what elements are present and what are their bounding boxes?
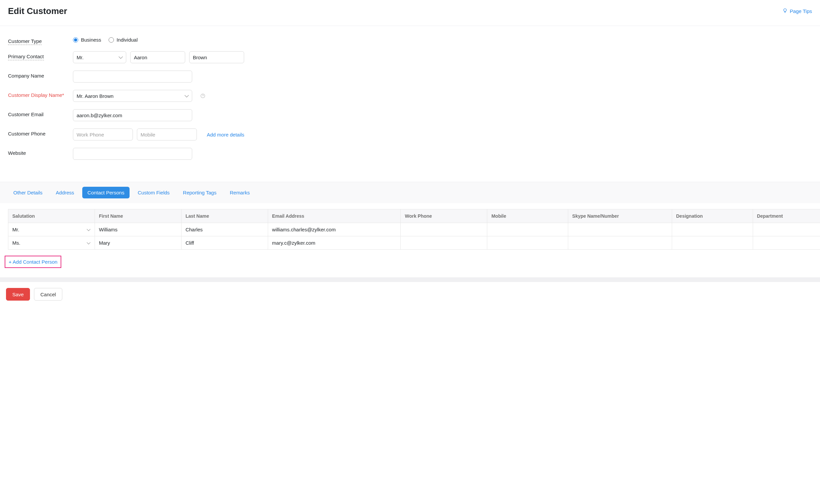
row-skype-input[interactable] xyxy=(568,237,672,249)
tab-other-details[interactable]: Other Details xyxy=(8,187,48,198)
label-primary-contact: Primary Contact xyxy=(8,51,73,59)
cancel-button[interactable]: Cancel xyxy=(34,288,62,301)
label-customer-type: Customer Type xyxy=(8,36,73,44)
radio-individual[interactable]: Individual xyxy=(109,37,137,43)
row-first-name-input[interactable] xyxy=(95,223,181,236)
add-contact-person-link[interactable]: + Add Contact Person xyxy=(5,256,61,267)
tab-remarks[interactable]: Remarks xyxy=(224,187,255,198)
row-designation-input[interactable] xyxy=(672,237,753,249)
label-company-name: Company Name xyxy=(8,71,73,79)
th-salutation: Salutation xyxy=(8,209,95,223)
tab-address[interactable]: Address xyxy=(51,187,80,198)
radio-individual-label: Individual xyxy=(117,37,137,43)
page-title: Edit Customer xyxy=(8,6,67,16)
radio-business-input[interactable] xyxy=(73,37,78,43)
row-last-name-input[interactable] xyxy=(181,223,268,236)
row-first-name-input[interactable] xyxy=(95,237,181,249)
th-work-phone: Work Phone xyxy=(401,209,487,223)
scroll-track xyxy=(0,277,820,282)
tab-contact-persons[interactable]: Contact Persons xyxy=(82,187,130,198)
page-tips-link[interactable]: Page Tips xyxy=(782,8,812,14)
row-work-phone-input[interactable] xyxy=(401,223,487,236)
mobile-phone-input[interactable] xyxy=(137,128,197,140)
last-name-input[interactable] xyxy=(189,51,244,63)
display-name-select[interactable]: Mr. Aaron Brown xyxy=(73,90,192,102)
th-department: Department xyxy=(753,209,820,223)
save-button[interactable]: Save xyxy=(6,288,30,301)
lightbulb-icon xyxy=(782,8,788,14)
row-work-phone-input[interactable] xyxy=(401,237,487,249)
radio-individual-input[interactable] xyxy=(109,37,114,43)
row-last-name-input[interactable] xyxy=(181,237,268,249)
first-name-input[interactable] xyxy=(130,51,185,63)
th-email: Email Address xyxy=(268,209,401,223)
salutation-select[interactable]: Mr. xyxy=(73,51,126,63)
label-email: Customer Email xyxy=(8,109,73,117)
row-email-input[interactable] xyxy=(268,223,401,236)
website-input[interactable] xyxy=(73,148,192,160)
row-department-input[interactable] xyxy=(753,237,820,249)
th-skype: Skype Name/Number xyxy=(568,209,672,223)
company-name-input[interactable] xyxy=(73,71,192,83)
add-contact-person-highlight: + Add Contact Person xyxy=(5,256,61,268)
row-skype-input[interactable] xyxy=(568,223,672,236)
row-mobile-input[interactable] xyxy=(487,237,568,249)
row-salutation-select[interactable]: Mr. xyxy=(8,223,95,236)
row-designation-input[interactable] xyxy=(672,223,753,236)
th-first-name: First Name xyxy=(95,209,181,223)
contact-persons-table: Salutation First Name Last Name Email Ad… xyxy=(8,209,820,250)
email-input[interactable] xyxy=(73,109,192,121)
th-mobile: Mobile xyxy=(487,209,568,223)
tab-custom-fields[interactable]: Custom Fields xyxy=(132,187,175,198)
work-phone-input[interactable] xyxy=(73,128,133,140)
th-last-name: Last Name xyxy=(181,209,268,223)
row-salutation-select[interactable]: Ms. xyxy=(8,237,95,249)
label-display-name: Customer Display Name* xyxy=(8,90,73,98)
svg-point-1 xyxy=(203,97,203,97)
label-website: Website xyxy=(8,148,73,156)
radio-business-label: Business xyxy=(81,37,101,43)
tab-reporting-tags[interactable]: Reporting Tags xyxy=(177,187,222,198)
row-department-input[interactable] xyxy=(753,223,820,236)
row-email-input[interactable] xyxy=(268,237,401,249)
row-mobile-input[interactable] xyxy=(487,223,568,236)
add-more-details-link[interactable]: Add more details xyxy=(207,132,244,137)
help-icon[interactable] xyxy=(200,93,205,99)
radio-business[interactable]: Business xyxy=(73,37,101,43)
label-phone: Customer Phone xyxy=(8,128,73,136)
table-row: Ms. xyxy=(8,236,820,250)
tabs-bar: Other Details Address Contact Persons Cu… xyxy=(0,182,820,203)
table-row: Mr. xyxy=(8,223,820,236)
th-designation: Designation xyxy=(672,209,753,223)
page-tips-label: Page Tips xyxy=(790,8,812,14)
